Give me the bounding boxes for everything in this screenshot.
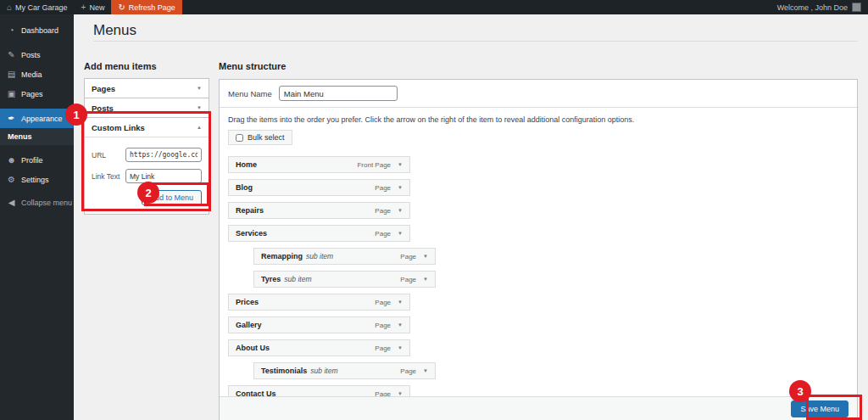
refresh-page-button[interactable]: ↻ Refresh Page: [111, 0, 181, 14]
admin-bar: ⌂ My Car Garage + New ↻ Refresh Page Wel…: [0, 0, 868, 14]
chevron-down-icon[interactable]: ▼: [423, 277, 428, 282]
menu-item-label: Gallery: [236, 321, 262, 329]
new-label: New: [89, 3, 104, 12]
chevron-down-icon[interactable]: ▼: [398, 208, 403, 213]
add-menu-items-panel: Add menu items Pages ▼ Posts ▼ Custom Li…: [84, 61, 209, 215]
sidebar-item-appearance[interactable]: ✒ Appearance: [0, 109, 74, 128]
bulk-select-label: Bulk select: [248, 133, 285, 142]
menu-structure-panel: Menu structure Menu Name Drag the items …: [219, 61, 858, 420]
menu-item-gallery[interactable]: Gallery Page ▼: [228, 316, 410, 333]
url-input[interactable]: [125, 148, 202, 162]
sub-item-tag: sub item: [284, 275, 311, 283]
sidebar-item-collapse-menu[interactable]: ◀ Collapse menu: [0, 193, 74, 212]
avatar[interactable]: [852, 3, 861, 12]
menu-name-label: Menu Name: [228, 89, 272, 98]
accordion-custom-links: Custom Links ▲ URL Link Text Add to Menu: [84, 117, 209, 215]
chevron-down-icon[interactable]: ▼: [398, 322, 403, 328]
accordion-posts-header[interactable]: Posts ▼: [85, 98, 209, 117]
gear-icon: ⚙: [7, 175, 16, 184]
add-menu-items-heading: Add menu items: [84, 61, 209, 71]
bulk-select-checkbox[interactable]: [236, 134, 243, 142]
site-menu[interactable]: ⌂ My Car Garage: [0, 0, 75, 14]
sidebar-item-label: Settings: [21, 176, 49, 184]
welcome-text[interactable]: Welcome , John Doe: [777, 3, 848, 12]
menu-item-remapping[interactable]: Remapping sub item Page ▼: [253, 248, 436, 265]
menu-item-testimonials[interactable]: Testimonials sub item Page ▼: [253, 362, 436, 379]
sub-item-tag: sub item: [310, 367, 337, 375]
chevron-down-icon[interactable]: ▼: [423, 368, 428, 373]
menu-name-input[interactable]: [279, 86, 398, 101]
site-name: My Car Garage: [15, 3, 68, 12]
menu-items-list: Home Front Page ▼ Blog Page ▼ Repairs: [220, 156, 857, 402]
sidebar-item-pages[interactable]: ▣ Pages: [0, 84, 74, 104]
accordion-pages: Pages ▼: [84, 78, 209, 98]
menu-item-label: Remapping: [261, 252, 303, 260]
sidebar-item-posts[interactable]: ✎ Posts: [0, 45, 74, 64]
menu-item-services[interactable]: Services Page ▼: [228, 225, 410, 242]
url-label: URL: [92, 151, 125, 160]
chevron-down-icon[interactable]: ▼: [398, 162, 403, 167]
menu-item-type: Page: [375, 299, 391, 306]
menu-item-type: Page: [375, 344, 391, 352]
menu-item-type: Page: [375, 184, 391, 192]
title-divider: [93, 41, 858, 42]
sidebar-item-label: Profile: [21, 156, 43, 165]
menu-item-repairs[interactable]: Repairs Page ▼: [228, 202, 410, 219]
sub-item-tag: sub item: [306, 252, 333, 260]
menu-item-label: Home: [236, 160, 257, 169]
menu-item-label: Tyres: [261, 275, 281, 283]
menu-item-prices[interactable]: Prices Page ▼: [228, 294, 410, 311]
sidebar-item-media[interactable]: ▤ Media: [0, 64, 74, 84]
refresh-icon: ↻: [118, 3, 125, 12]
sidebar-subitem-menus[interactable]: Menus: [0, 128, 74, 145]
accordion-title: Pages: [92, 84, 115, 93]
media-icon: ▤: [7, 70, 16, 79]
menu-item-label: About Us: [236, 344, 270, 352]
chevron-down-icon[interactable]: ▼: [398, 231, 403, 236]
accordion-title: Custom Links: [92, 123, 145, 132]
sidebar-item-profile[interactable]: ☻ Profile: [0, 150, 74, 170]
content-area: Menus Add menu items Pages ▼ Posts ▼ Cus…: [74, 14, 868, 420]
menu-item-type: Page: [400, 253, 416, 260]
menu-item-label: Blog: [236, 183, 253, 192]
chevron-down-icon[interactable]: ▼: [398, 300, 403, 305]
menu-item-label: Repairs: [236, 206, 264, 215]
sidebar-item-label: Appearance: [21, 115, 63, 123]
chevron-down-icon[interactable]: ▼: [398, 345, 403, 350]
menu-item-blog[interactable]: Blog Page ▼: [228, 179, 410, 196]
accordion-pages-header[interactable]: Pages ▼: [85, 79, 209, 98]
accordion-custom-links-header[interactable]: Custom Links ▲: [85, 118, 209, 137]
save-menu-button[interactable]: Save Menu: [791, 400, 849, 417]
home-icon: ⌂: [7, 3, 12, 12]
menu-item-home[interactable]: Home Front Page ▼: [228, 156, 410, 173]
sidebar-item-label: Dashboard: [21, 26, 58, 35]
menu-item-type: Front Page: [357, 161, 391, 169]
menu-item-type: Page: [400, 276, 416, 283]
chevron-down-icon[interactable]: ▼: [398, 185, 403, 190]
menu-item-about-us[interactable]: About Us Page ▼: [228, 339, 410, 356]
menu-structure-box: Menu Name Drag the items into the order …: [219, 79, 858, 420]
drag-instructions: Drag the items into the order you prefer…: [220, 108, 857, 128]
chevron-down-icon[interactable]: ▼: [423, 254, 428, 259]
user-icon: ☻: [7, 155, 16, 165]
plus-icon: +: [81, 3, 86, 12]
menu-structure-heading: Menu structure: [219, 61, 858, 71]
bulk-select-control[interactable]: Bulk select: [228, 130, 292, 145]
add-to-menu-button[interactable]: Add to Menu: [142, 190, 202, 205]
refresh-label: Refresh Page: [129, 3, 175, 12]
new-menu[interactable]: + New: [75, 0, 112, 14]
menu-item-tyres[interactable]: Tyres sub item Page ▼: [253, 271, 436, 288]
sidebar-subitem-label: Menus: [8, 132, 32, 141]
link-text-input[interactable]: [125, 169, 202, 183]
menu-item-type: Page: [375, 230, 391, 238]
brush-icon: ✒: [7, 114, 16, 123]
sidebar: ◔ Dashboard ✎ Posts ▤ Media ▣ Pages ✒ Ap…: [0, 14, 74, 420]
sidebar-item-label: Media: [21, 70, 42, 79]
sidebar-item-settings[interactable]: ⚙ Settings: [0, 170, 74, 189]
menu-item-label: Services: [236, 229, 267, 238]
sidebar-item-dashboard[interactable]: ◔ Dashboard: [0, 20, 74, 40]
menu-item-type: Page: [375, 322, 391, 329]
sidebar-item-label: Posts: [21, 51, 41, 59]
chevron-up-icon: ▲: [197, 125, 202, 130]
pin-icon: ✎: [7, 50, 16, 59]
